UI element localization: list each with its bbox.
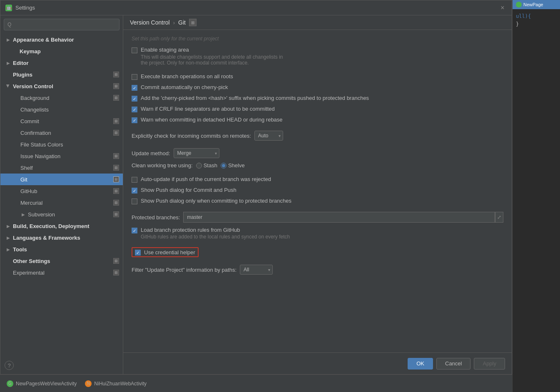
sidebar-item-changelists[interactable]: Changelists bbox=[0, 104, 123, 115]
sidebar-item-shelf[interactable]: Shelf ⊞ bbox=[0, 162, 123, 174]
warn-detached-wrap: Warn when committing in detached HEAD or… bbox=[132, 117, 283, 123]
show-push-checkbox[interactable] bbox=[132, 188, 137, 194]
experimental-settings-icon: ⊞ bbox=[113, 269, 119, 276]
sidebar-item-background[interactable]: Background ⊞ bbox=[0, 92, 123, 104]
add-suffix-checkbox[interactable] bbox=[132, 96, 137, 102]
sidebar-item-issue-nav[interactable]: Issue Navigation ⊞ bbox=[0, 150, 123, 162]
load-protection-hint: GitHub rules are added to the local rule… bbox=[141, 234, 290, 240]
enable-staging-checkbox-wrap: Enable staging area This will disable ch… bbox=[132, 47, 283, 66]
sidebar-item-file-status[interactable]: File Status Colors bbox=[0, 139, 123, 150]
sidebar-item-appearance[interactable]: ▶ Appearance & Behavior bbox=[0, 34, 123, 45]
protected-branches-input[interactable] bbox=[183, 212, 495, 223]
enable-staging-label-group: Enable staging area This will disable ch… bbox=[141, 47, 283, 66]
use-credential-row: Use credential helper bbox=[132, 247, 503, 257]
load-protection-wrap: Load branch protection rules from GitHub… bbox=[132, 227, 290, 240]
warn-detached-label: Warn when committing in detached HEAD or… bbox=[141, 117, 283, 123]
use-credential-checkbox[interactable] bbox=[135, 250, 141, 256]
shelve-radio-wrap: Shelve bbox=[221, 162, 245, 169]
sidebar-label-plugins: Plugins bbox=[13, 72, 113, 78]
stash-radio[interactable] bbox=[196, 163, 202, 169]
github-settings-icon: ⊞ bbox=[113, 188, 119, 194]
sidebar-label-github: GitHub bbox=[20, 188, 113, 194]
show-push-protected-checkbox[interactable] bbox=[132, 198, 137, 204]
arrow-icon: ▶ bbox=[5, 37, 11, 42]
sidebar-item-git[interactable]: Git ⊞ bbox=[0, 174, 123, 185]
sidebar-item-tools[interactable]: ▶ Tools bbox=[0, 243, 123, 255]
shelve-radio[interactable] bbox=[221, 163, 226, 169]
execute-branch-checkbox[interactable] bbox=[132, 74, 137, 80]
taskbar-icon-2: N bbox=[85, 380, 92, 387]
commit-cherry-checkbox[interactable] bbox=[132, 85, 137, 91]
sidebar-item-github[interactable]: GitHub ⊞ bbox=[0, 185, 123, 197]
sidebar-item-other[interactable]: Other Settings ⊞ bbox=[0, 255, 123, 267]
auto-update-checkbox[interactable] bbox=[132, 177, 137, 183]
apply-button[interactable]: Apply bbox=[474, 358, 505, 370]
sidebar-label-commit: Commit bbox=[20, 118, 113, 124]
commit-cherry-wrap: Commit automatically on cherry-pick bbox=[132, 84, 228, 91]
ok-button[interactable]: OK bbox=[408, 358, 433, 370]
show-push-wrap: Show Push dialog for Commit and Push bbox=[132, 187, 236, 194]
load-protection-checkbox[interactable] bbox=[132, 228, 137, 233]
enable-staging-checkbox[interactable] bbox=[132, 47, 137, 53]
sidebar-label-git: Git bbox=[20, 176, 113, 183]
load-protection-row: Load branch protection rules from GitHub… bbox=[132, 227, 503, 240]
auto-update-row: Auto-update if push of the current branc… bbox=[132, 176, 503, 183]
shelve-label: Shelve bbox=[228, 162, 245, 169]
arrow-placeholder bbox=[12, 48, 18, 54]
enable-staging-row: Enable staging area This will disable ch… bbox=[132, 47, 503, 66]
git-settings-icon: ⊞ bbox=[113, 176, 119, 183]
protected-input-group: ⤢ bbox=[183, 212, 503, 223]
panel-header-icon: ⊞ bbox=[189, 19, 197, 26]
use-credential-label: Use credential helper bbox=[144, 249, 195, 256]
filter-update-select[interactable]: All Changed bbox=[240, 265, 273, 275]
sidebar-item-experimental[interactable]: Experimental ⊞ bbox=[0, 267, 123, 278]
title-bar: 🤖 Settings × bbox=[0, 0, 512, 15]
taskbar-item-1[interactable]: G NewPagesWebViewActivity bbox=[4, 379, 79, 389]
sidebar-label-confirmation: Confirmation bbox=[20, 130, 113, 136]
taskbar-label-2: NiHuiZhuanWebActivity bbox=[94, 381, 147, 387]
warn-detached-checkbox[interactable] bbox=[132, 117, 137, 123]
taskbar-icon-1: G bbox=[7, 380, 13, 387]
auto-update-wrap: Auto-update if push of the current branc… bbox=[132, 176, 271, 183]
confirmation-settings-icon: ⊞ bbox=[113, 129, 119, 136]
close-button[interactable]: × bbox=[498, 4, 507, 12]
search-box[interactable]: Q bbox=[4, 19, 119, 30]
sidebar-item-subversion[interactable]: ▶ Subversion ⊞ bbox=[0, 208, 123, 220]
sidebar-label-vc: Version Control bbox=[13, 83, 113, 89]
update-method-select[interactable]: Merge Rebase Branch Default bbox=[174, 148, 219, 158]
add-suffix-row: Add the 'cherry-picked from <hash>' suff… bbox=[132, 95, 503, 102]
sidebar-item-confirmation[interactable]: Confirmation ⊞ bbox=[0, 127, 123, 139]
sidebar-item-editor[interactable]: ▶ Editor bbox=[0, 57, 123, 69]
search-input[interactable] bbox=[14, 22, 116, 27]
warn-crlf-checkbox[interactable] bbox=[132, 107, 137, 112]
sidebar-item-mercurial[interactable]: Mercurial ⊞ bbox=[0, 197, 123, 208]
sidebar-item-build[interactable]: ▶ Build, Execution, Deployment bbox=[0, 220, 123, 232]
sidebar-label-experimental: Experimental bbox=[13, 270, 113, 276]
sidebar-item-version-control[interactable]: ▶ Version Control ⊞ bbox=[0, 80, 123, 92]
bottom-bar: OK Cancel Apply bbox=[123, 352, 512, 374]
sidebar-item-commit[interactable]: Commit ⊞ bbox=[0, 115, 123, 127]
cancel-button[interactable]: Cancel bbox=[436, 358, 470, 370]
commit-settings-icon: ⊞ bbox=[113, 118, 119, 124]
sidebar-item-keymap[interactable]: Keymap bbox=[0, 45, 123, 57]
enable-staging-label: Enable staging area bbox=[141, 47, 283, 53]
incoming-commits-select[interactable]: Auto Always Never bbox=[254, 131, 283, 141]
code-panel: NewPage ull){ } bbox=[512, 0, 560, 392]
protected-branches-label: Protected branches: bbox=[132, 214, 180, 221]
sidebar-label-other: Other Settings bbox=[13, 258, 113, 264]
expand-button[interactable]: ⤢ bbox=[495, 212, 503, 223]
code-line-2: } bbox=[516, 20, 557, 28]
show-push-protected-label: Show Push dialog only when committing to… bbox=[141, 198, 291, 204]
sidebar-item-languages[interactable]: ▶ Languages & Frameworks bbox=[0, 232, 123, 243]
sidebar-label-tools: Tools bbox=[13, 246, 123, 253]
breadcrumb-part1: Version Control bbox=[130, 19, 170, 26]
commit-cherry-row: Commit automatically on cherry-pick bbox=[132, 84, 503, 91]
taskbar-item-2[interactable]: N NiHuiZhuanWebActivity bbox=[82, 379, 149, 389]
sidebar-item-plugins[interactable]: Plugins ⊞ bbox=[0, 69, 123, 80]
show-push-protected-row: Show Push dialog only when committing to… bbox=[132, 198, 503, 204]
help-button[interactable]: ? bbox=[5, 361, 14, 370]
code-tab[interactable]: NewPage bbox=[513, 0, 560, 9]
stash-radio-wrap: Stash bbox=[196, 162, 217, 169]
nav-tree: ▶ Appearance & Behavior Keymap ▶ Editor … bbox=[0, 34, 123, 374]
show-push-label: Show Push dialog for Commit and Push bbox=[141, 187, 236, 193]
